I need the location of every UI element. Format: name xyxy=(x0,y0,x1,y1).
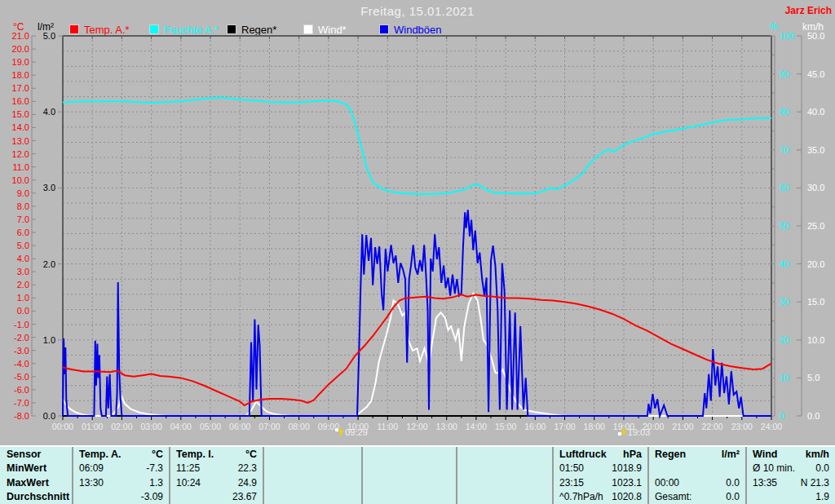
cell-time: 01:50 xyxy=(559,462,584,474)
table-cell: Gesamt:0.0 xyxy=(647,490,745,504)
sunrise-icon xyxy=(334,427,344,437)
cell-time: 00:00 xyxy=(655,477,679,489)
cell-time: Gesamt: xyxy=(655,491,691,502)
axis-tick-label: 16.0 xyxy=(12,96,29,106)
cell-value: 23.67 xyxy=(232,491,257,502)
axis-tick-label: 18.0 xyxy=(12,70,29,80)
axis-tick-label: 21.0 xyxy=(12,31,29,41)
table-cell xyxy=(361,490,456,504)
axis-tick-label: 10.0 xyxy=(12,175,29,185)
axis-tick-label: -7.0 xyxy=(14,398,29,408)
axis-tick-label: 10.0 xyxy=(807,335,824,345)
time-tick-label: 00:00 xyxy=(52,422,73,431)
time-tick-label: 14:00 xyxy=(466,422,487,431)
axis-tick-label: 4.0 xyxy=(17,254,29,263)
cell-value: hPa xyxy=(623,449,642,460)
axis-tick-label: 7.0 xyxy=(17,214,29,224)
table-cell xyxy=(361,475,456,490)
col-header-empty xyxy=(456,447,552,462)
cell-time: 13:35 xyxy=(753,477,777,489)
cell-time: Temp. I. xyxy=(176,449,214,460)
cell-value: 1020.8 xyxy=(612,491,642,502)
table-cell: Ø 10 min.0.0 xyxy=(745,462,835,476)
col-header-empty xyxy=(361,447,456,462)
col-header-regen: Regenl/m² xyxy=(647,447,745,462)
axis-tick-label: 13.0 xyxy=(12,136,29,146)
time-tick-label: 17:00 xyxy=(554,422,575,431)
time-tick-label: 03:00 xyxy=(140,422,161,431)
table-cell xyxy=(647,462,745,476)
axis-tick-label: 90 xyxy=(780,69,789,79)
axis-tick-label: 80 xyxy=(780,107,789,117)
cell-value: 0.0 xyxy=(815,462,829,474)
axis-tick-label: 20.0 xyxy=(12,44,29,54)
time-tick-label: 16:00 xyxy=(524,422,546,431)
row-label-minwert: MinWert xyxy=(0,462,72,476)
axis-tick-label: -8.0 xyxy=(14,411,29,421)
table-cell: 01:501018.9 xyxy=(552,462,647,476)
axis-tick-label: 11.0 xyxy=(12,162,29,172)
axis-tick-label: 4.0 xyxy=(43,107,55,117)
time-tick-label: 15:00 xyxy=(495,422,516,431)
time-tick-label: 01:00 xyxy=(82,422,103,431)
axis-tick-label: -6.0 xyxy=(14,385,29,395)
table-cell xyxy=(456,490,552,504)
axis-tick-label: 14.0 xyxy=(12,122,29,132)
sensor-summary-table: SensorTemp. A.°CTemp. I.°CLuftdruckhPaRe… xyxy=(0,445,835,504)
axis-tick-label: 40 xyxy=(780,259,789,269)
axis-tick-label: 20 xyxy=(780,335,789,345)
table-corner-label: Sensor xyxy=(0,447,72,462)
axis-tick-label: -2.0 xyxy=(14,333,29,343)
axis-tick-label: 0.0 xyxy=(807,411,820,421)
time-tick-label: 02:00 xyxy=(111,422,132,431)
cell-time: 13:30 xyxy=(79,477,104,489)
cell-value: 0.0 xyxy=(726,477,740,489)
sunrise-marker: 09:29 xyxy=(334,427,368,437)
cell-time: Temp. A. xyxy=(79,449,121,460)
cell-time: 11:25 xyxy=(176,462,200,474)
cell-value: 0.0 xyxy=(726,491,740,502)
gridlines xyxy=(63,36,771,416)
time-tick-label: 08:00 xyxy=(289,422,310,431)
axis-tick-label: 25.0 xyxy=(807,221,824,231)
axis-tick-label: 15.0 xyxy=(12,109,29,119)
axis-tick-label: 10 xyxy=(780,373,789,382)
sunset-icon xyxy=(616,427,627,437)
time-tick-label: 24:00 xyxy=(761,422,782,431)
time-tick-label: 23:00 xyxy=(731,422,753,431)
cell-value: -3.09 xyxy=(141,491,163,502)
axis-tick-label: 8.0 xyxy=(17,201,29,211)
axis-tick-label: 35.0 xyxy=(807,145,824,155)
axis-tick-label: 60 xyxy=(780,183,789,192)
axis-tick-label: 5.0 xyxy=(17,241,29,250)
table-cell: -3.09 xyxy=(72,490,169,504)
axis-tick-label: 50 xyxy=(780,221,789,231)
table-cell: 23.67 xyxy=(169,490,263,504)
table-cell: 06:09-7.3 xyxy=(72,462,169,476)
time-tick-label: 12:00 xyxy=(406,422,427,431)
cell-value: °C xyxy=(245,449,257,460)
col-header-wind: Windkm/h xyxy=(745,447,835,462)
time-tick-label: 18:00 xyxy=(584,422,605,431)
cell-value: °C xyxy=(152,449,163,460)
time-tick-label: 11:00 xyxy=(378,422,399,431)
cell-time: 23:15 xyxy=(559,477,584,489)
table-cell: 23:151023.1 xyxy=(552,475,647,490)
cell-value: 1.9 xyxy=(815,491,829,502)
weather-app-page: { "header": { "title": "Freitag, 15.01.2… xyxy=(0,0,835,504)
axis-tick-label: -3.0 xyxy=(14,346,29,356)
cell-value: 1023.1 xyxy=(612,477,642,489)
temp-axis: 21.020.019.018.017.016.015.014.013.012.0… xyxy=(12,31,36,421)
axis-tick-label: 0 xyxy=(780,411,784,421)
time-tick-label: 07:00 xyxy=(258,422,280,431)
axis-tick-label: -5.0 xyxy=(14,372,29,382)
time-tick-label: 05:00 xyxy=(200,422,221,431)
cell-value: 24.9 xyxy=(238,477,257,489)
table-cell xyxy=(263,490,361,504)
cell-time: Luftdruck xyxy=(559,449,607,460)
axis-tick-label: 40.0 xyxy=(807,107,824,117)
cell-time: 10:24 xyxy=(176,477,201,489)
axis-tick-label: 17.0 xyxy=(12,83,29,93)
cell-time: 06:09 xyxy=(79,462,104,474)
table-cell: 13:35N 21.3 xyxy=(745,475,835,490)
